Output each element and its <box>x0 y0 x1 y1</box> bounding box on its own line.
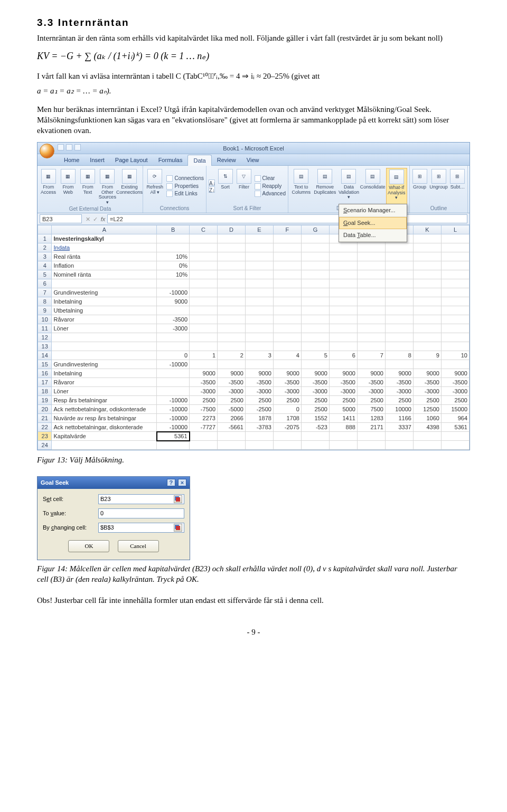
cell[interactable]: 2273 <box>190 414 218 423</box>
whatif-menu-item-scenario-manager[interactable]: Scenario Manager... <box>339 204 407 217</box>
cell[interactable]: 0 <box>157 351 190 360</box>
cell[interactable] <box>273 270 301 279</box>
goal-seek-titlebar[interactable]: Goal Seek ? × <box>37 477 190 489</box>
cell[interactable] <box>385 306 413 315</box>
cell[interactable] <box>190 441 218 450</box>
cell[interactable] <box>218 243 246 252</box>
row-header[interactable]: 5 <box>38 270 52 279</box>
cell[interactable] <box>385 279 413 288</box>
cell[interactable]: 9000 <box>157 297 190 306</box>
cell[interactable] <box>413 342 441 351</box>
cell[interactable]: -3500 <box>441 378 469 387</box>
cell[interactable] <box>441 333 469 342</box>
cell[interactable] <box>301 261 329 270</box>
cell[interactable] <box>357 243 385 252</box>
cell[interactable] <box>157 369 190 378</box>
cell[interactable]: 2500 <box>301 405 329 414</box>
cell[interactable] <box>190 243 218 252</box>
row-header[interactable]: 17 <box>38 378 52 387</box>
cell[interactable]: -5661 <box>218 423 246 432</box>
cell[interactable]: 1878 <box>245 414 273 423</box>
cell[interactable]: 9000 <box>301 369 329 378</box>
cell[interactable]: 2500 <box>329 396 357 405</box>
cell[interactable] <box>413 306 441 315</box>
row-header[interactable]: 2 <box>38 243 52 252</box>
cell[interactable] <box>357 279 385 288</box>
cell[interactable]: -7727 <box>190 423 218 432</box>
cell[interactable] <box>301 342 329 351</box>
cell[interactable] <box>357 324 385 333</box>
cell[interactable] <box>273 342 301 351</box>
cell[interactable] <box>357 306 385 315</box>
enter-icon[interactable]: ✓ <box>91 215 99 223</box>
cell[interactable]: 7 <box>357 351 385 360</box>
cell[interactable] <box>157 378 190 387</box>
cell[interactable] <box>357 360 385 369</box>
cell[interactable] <box>245 360 273 369</box>
cell[interactable] <box>301 279 329 288</box>
cell[interactable]: 1411 <box>329 414 357 423</box>
cell[interactable]: 5 <box>301 351 329 360</box>
cell[interactable]: 9000 <box>413 369 441 378</box>
cell[interactable] <box>357 297 385 306</box>
cell[interactable] <box>329 279 357 288</box>
row-header[interactable]: 10 <box>38 315 52 324</box>
cell[interactable] <box>218 306 246 315</box>
cell[interactable]: -3500 <box>385 378 413 387</box>
advanced-button[interactable]: Advanced <box>255 190 286 197</box>
cell[interactable] <box>441 270 469 279</box>
tab-review[interactable]: Review <box>212 155 241 166</box>
cell[interactable]: -10000 <box>157 423 190 432</box>
cell[interactable] <box>157 387 190 396</box>
cell[interactable]: 8 <box>385 351 413 360</box>
cell[interactable] <box>218 441 246 450</box>
cell[interactable] <box>329 288 357 297</box>
cell[interactable]: Utbetalning <box>52 306 157 315</box>
cell[interactable]: -523 <box>301 423 329 432</box>
cell[interactable]: 9 <box>413 351 441 360</box>
cell[interactable]: -3500 <box>157 315 190 324</box>
reapply-button[interactable]: Reapply <box>255 183 286 190</box>
properties-button[interactable]: Properties <box>166 183 204 190</box>
cell[interactable]: 9000 <box>190 369 218 378</box>
cell[interactable] <box>52 333 157 342</box>
cell[interactable] <box>329 432 357 441</box>
cell[interactable] <box>301 270 329 279</box>
cell[interactable] <box>273 288 301 297</box>
cell[interactable]: -3500 <box>301 378 329 387</box>
cell[interactable]: Indata <box>52 243 157 252</box>
cell[interactable] <box>413 315 441 324</box>
cell[interactable] <box>157 234 190 243</box>
cell[interactable]: -3000 <box>413 387 441 396</box>
from-web-button[interactable]: ▦From Web <box>59 168 77 205</box>
cell[interactable] <box>357 342 385 351</box>
ungroup-button[interactable]: ⊞Ungroup <box>429 168 448 204</box>
cell[interactable] <box>413 297 441 306</box>
row-header[interactable]: 1 <box>38 234 52 243</box>
cell[interactable] <box>357 315 385 324</box>
tab-data[interactable]: Data <box>187 155 211 166</box>
from-other-sources--button[interactable]: ▦From Other Sources ▾ <box>99 168 116 205</box>
cell[interactable] <box>329 306 357 315</box>
row-header[interactable]: 20 <box>38 405 52 414</box>
cell[interactable]: 5361 <box>441 423 469 432</box>
row-header[interactable]: 16 <box>38 369 52 378</box>
cell[interactable]: 5000 <box>329 405 357 414</box>
cell[interactable] <box>413 252 441 261</box>
cell[interactable] <box>157 333 190 342</box>
cell[interactable]: Nominell ränta <box>52 270 157 279</box>
cell[interactable]: 15000 <box>441 405 469 414</box>
cell[interactable] <box>301 234 329 243</box>
cell[interactable] <box>273 252 301 261</box>
cell[interactable]: -3000 <box>329 387 357 396</box>
cell[interactable] <box>441 252 469 261</box>
cell[interactable]: -2500 <box>245 405 273 414</box>
cell[interactable] <box>441 261 469 270</box>
cell[interactable]: -3000 <box>157 324 190 333</box>
cell[interactable] <box>301 297 329 306</box>
cell[interactable]: -10000 <box>157 414 190 423</box>
cell[interactable] <box>273 315 301 324</box>
cell[interactable] <box>301 252 329 261</box>
row-header[interactable]: 15 <box>38 360 52 369</box>
edit-links-button[interactable]: Edit Links <box>166 190 204 197</box>
